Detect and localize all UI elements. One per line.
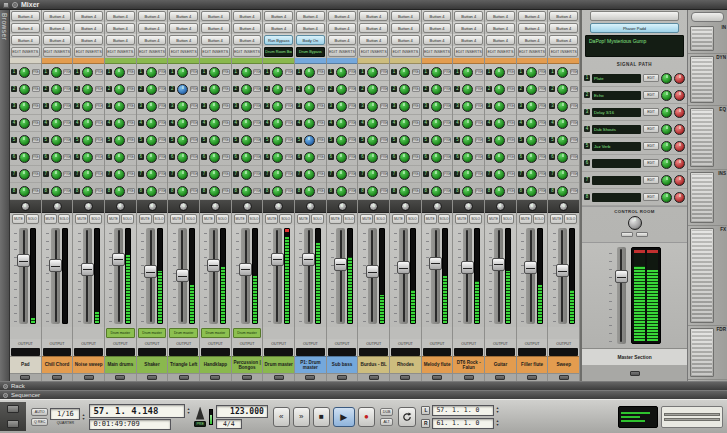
channel-name-tag[interactable]: Melody flute — [422, 356, 453, 373]
send-pre-button[interactable]: PRE — [443, 154, 451, 160]
send-level-knob[interactable] — [114, 186, 125, 197]
fx-return-edit-button[interactable]: EDIT — [643, 125, 659, 133]
send-level-knob[interactable] — [462, 118, 473, 129]
send-pre-button[interactable]: PRE — [63, 103, 71, 109]
send-level-knob[interactable] — [241, 101, 252, 112]
send-pre-button[interactable]: PRE — [348, 69, 356, 75]
audio-device-indicator[interactable] — [7, 420, 19, 428]
send-pre-button[interactable]: PRE — [412, 103, 420, 109]
sequencer-bar[interactable]: Sequencer — [0, 390, 727, 399]
solo-button[interactable]: SOLO — [343, 214, 356, 224]
send-level-knob[interactable] — [557, 135, 568, 146]
send-pre-button[interactable]: PRE — [127, 154, 135, 160]
mute-button[interactable]: MUTE — [44, 214, 57, 224]
mute-button[interactable]: MUTE — [265, 214, 278, 224]
send-level-knob[interactable] — [336, 152, 347, 163]
send-pre-button[interactable]: PRE — [412, 137, 420, 143]
send-level-knob[interactable] — [241, 67, 252, 78]
mute-button[interactable]: MUTE — [139, 214, 152, 224]
solo-button[interactable]: SOLO — [501, 214, 514, 224]
send-pre-button[interactable]: PRE — [222, 69, 230, 75]
mute-button[interactable]: MUTE — [360, 214, 373, 224]
channel-button[interactable]: Button 4 — [233, 35, 262, 45]
send-level-knob[interactable] — [494, 135, 505, 146]
send-pre-button[interactable]: PRE — [570, 86, 578, 92]
send-level-knob[interactable] — [526, 84, 537, 95]
send-level-knob[interactable] — [82, 101, 93, 112]
send-pre-button[interactable]: PRE — [538, 69, 546, 75]
send-level-knob[interactable] — [557, 84, 568, 95]
send-pre-button[interactable]: PRE — [475, 120, 483, 126]
send-level-knob[interactable] — [82, 135, 93, 146]
fx-return-edit-button[interactable]: EDIT — [643, 74, 659, 82]
send-pre-button[interactable]: PRE — [95, 86, 103, 92]
pan-knob[interactable] — [21, 202, 30, 211]
send-pre-button[interactable]: PRE — [348, 120, 356, 126]
channel-name-tag[interactable]: P1: Drum master — [295, 356, 326, 373]
send-pre-button[interactable]: PRE — [317, 188, 325, 194]
send-pre-button[interactable]: PRE — [285, 69, 293, 75]
send-level-knob[interactable] — [431, 135, 442, 146]
fx-return-pan-knob[interactable] — [674, 175, 685, 186]
mute-button[interactable]: MUTE — [550, 214, 563, 224]
solo-button[interactable]: SOLO — [26, 214, 39, 224]
fader-cap[interactable] — [366, 265, 379, 278]
seq-rec-button[interactable] — [305, 375, 315, 380]
send-level-knob[interactable] — [114, 84, 125, 95]
send-level-knob[interactable] — [272, 152, 283, 163]
mute-button[interactable]: MUTE — [297, 214, 310, 224]
play-button[interactable]: ▶ — [333, 407, 355, 427]
pan-knob[interactable] — [211, 202, 220, 211]
channel-button[interactable]: Button 4 — [233, 23, 262, 33]
channel-button[interactable]: Button 4 — [233, 11, 262, 21]
fader-cap[interactable] — [112, 253, 125, 266]
mute-button[interactable]: MUTE — [202, 214, 215, 224]
send-level-knob[interactable] — [494, 169, 505, 180]
seq-rec-button[interactable] — [337, 375, 347, 380]
fx-return-pan-knob[interactable] — [674, 73, 685, 84]
dub-button[interactable]: DUB — [380, 408, 394, 416]
channel-fader[interactable] — [494, 228, 503, 324]
edit-inserts-button[interactable]: EDIT INSERTS — [74, 47, 103, 57]
send-level-knob[interactable] — [272, 169, 283, 180]
metronome-icon[interactable] — [195, 407, 205, 420]
channel-button[interactable]: Button 4 — [264, 11, 293, 21]
send-level-knob[interactable] — [399, 135, 410, 146]
send-pre-button[interactable]: PRE — [380, 154, 388, 160]
fx-return-level-knob[interactable] — [661, 192, 672, 203]
channel-fader[interactable] — [399, 228, 408, 324]
quantize-stepper[interactable]: ▴▾ — [82, 413, 84, 421]
send-pre-button[interactable]: PRE — [190, 69, 198, 75]
send-level-knob[interactable] — [304, 169, 315, 180]
seq-rec-button[interactable] — [274, 375, 284, 380]
send-pre-button[interactable]: PRE — [538, 103, 546, 109]
mute-button[interactable]: MUTE — [392, 214, 405, 224]
fx-return-edit-button[interactable]: EDIT — [643, 176, 659, 184]
send-pre-button[interactable]: PRE — [63, 137, 71, 143]
send-pre-button[interactable]: PRE — [412, 154, 420, 160]
channel-button[interactable]: Button 4 — [43, 35, 72, 45]
seq-rec-button[interactable] — [495, 375, 505, 380]
send-pre-button[interactable]: PRE — [63, 120, 71, 126]
fx-return-pan-knob[interactable] — [674, 90, 685, 101]
master-fader[interactable] — [617, 247, 626, 344]
edit-inserts-button[interactable]: EDIT INSERTS — [233, 47, 262, 57]
send-pre-button[interactable]: PRE — [285, 171, 293, 177]
send-level-knob[interactable] — [494, 67, 505, 78]
fx-return-pan-knob[interactable] — [674, 124, 685, 135]
send-level-knob[interactable] — [462, 135, 473, 146]
send-pre-button[interactable]: PRE — [190, 171, 198, 177]
send-level-knob[interactable] — [272, 135, 283, 146]
send-pre-button[interactable]: PRE — [475, 86, 483, 92]
send-pre-button[interactable]: PRE — [253, 120, 261, 126]
solo-button[interactable]: SOLO — [564, 214, 577, 224]
send-level-knob[interactable] — [399, 169, 410, 180]
channel-button[interactable]: Button 4 — [518, 11, 547, 21]
channel-button[interactable]: Button 4 — [423, 23, 452, 33]
edit-inserts-button[interactable]: EDIT INSERTS — [454, 47, 483, 57]
channel-button[interactable]: Button 4 — [11, 11, 40, 21]
send-level-knob[interactable] — [51, 186, 62, 197]
send-pre-button[interactable]: PRE — [317, 86, 325, 92]
send-level-knob[interactable] — [526, 135, 537, 146]
seq-rec-button[interactable] — [400, 375, 410, 380]
